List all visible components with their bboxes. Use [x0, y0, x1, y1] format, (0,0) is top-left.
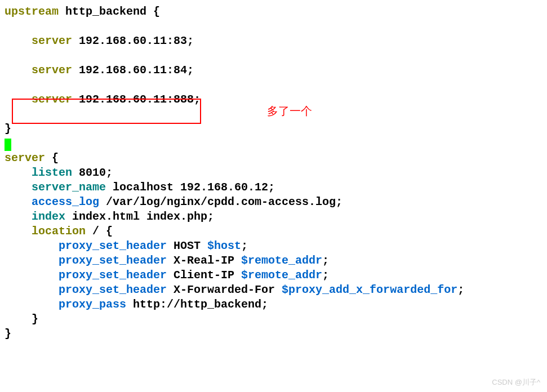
blank-line: [5, 19, 547, 34]
watermark-text: CSDN @川子^: [492, 378, 540, 387]
keyword-listen: listen: [5, 166, 72, 179]
keyword-proxy-set-header: proxy_set_header: [5, 239, 167, 252]
highlight-box: [12, 99, 201, 124]
code-line-close-brace: }: [5, 312, 547, 327]
code-line: proxy_pass http://http_backend;: [5, 297, 547, 312]
code-line: listen 8010;: [5, 166, 547, 180]
keyword-index: index: [5, 210, 65, 223]
keyword-server: server: [5, 152, 45, 164]
variable-remote-addr: $remote_addr: [241, 269, 322, 282]
keyword-proxy-set-header: proxy_set_header: [5, 254, 167, 267]
keyword-proxy-pass: proxy_pass: [5, 298, 126, 311]
code-line: server 192.168.60.11:83;: [5, 34, 547, 48]
code-line: proxy_set_header X-Real-IP $remote_addr;: [5, 253, 547, 268]
variable-host: $host: [207, 239, 241, 252]
code-line: server_name localhost 192.168.60.12;: [5, 180, 547, 195]
keyword-upstream: upstream: [5, 5, 59, 18]
code-line: upstream http_backend {: [5, 5, 547, 19]
keyword-server: server: [5, 64, 72, 77]
variable-remote-addr: $remote_addr: [241, 254, 322, 267]
code-line: index index.html index.php;: [5, 210, 547, 224]
keyword-access-log: access_log: [5, 195, 99, 208]
code-line: server 192.168.60.11:84;: [5, 63, 547, 78]
keyword-server: server: [5, 34, 72, 47]
blank-line: [5, 48, 547, 63]
annotation-text: 多了一个: [267, 104, 312, 118]
cursor-icon: [5, 139, 11, 151]
keyword-server-name: server_name: [5, 181, 106, 194]
code-line: server {: [5, 151, 547, 166]
code-line: access_log /var/log/nginx/cpdd.com-acces…: [5, 195, 547, 210]
cursor-line: [5, 136, 547, 151]
keyword-proxy-set-header: proxy_set_header: [5, 269, 167, 282]
code-line: proxy_set_header HOST $host;: [5, 239, 547, 253]
code-block: upstream http_backend { server 192.168.6…: [5, 5, 547, 341]
keyword-proxy-set-header: proxy_set_header: [5, 283, 167, 296]
keyword-location: location: [5, 225, 86, 238]
variable-proxy-add-x-forwarded-for: $proxy_add_x_forwarded_for: [282, 283, 457, 296]
code-line-close-brace: }: [5, 327, 547, 341]
code-line: location / {: [5, 224, 547, 239]
code-line: proxy_set_header X-Forwarded-For $proxy_…: [5, 283, 547, 297]
code-line: proxy_set_header Client-IP $remote_addr;: [5, 268, 547, 283]
blank-line: [5, 78, 547, 92]
